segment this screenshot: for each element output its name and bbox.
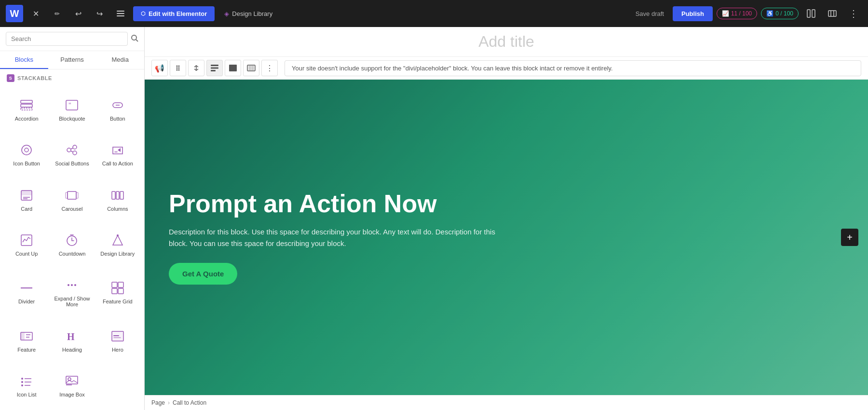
add-block-button[interactable]: + [841, 229, 858, 246]
menu-button[interactable] [112, 5, 129, 22]
svg-rect-31 [76, 192, 78, 198]
block-item-feature-grid[interactable]: Feature Grid [96, 268, 139, 317]
content-area: Add title 📢 [145, 27, 868, 410]
feature-grid-icon [110, 280, 125, 296]
svg-text:H: H [67, 331, 75, 342]
block-item-icon-button[interactable]: Icon Button [5, 133, 48, 176]
svg-point-68 [178, 68, 180, 69]
breadcrumb-separator: › [168, 399, 170, 406]
toolbar-more-button[interactable]: ⋮ [261, 60, 278, 76]
svg-rect-3 [807, 10, 810, 17]
breadcrumb-page[interactable]: Page [151, 399, 165, 406]
svg-point-60 [21, 384, 23, 386]
tab-patterns[interactable]: Patterns [48, 51, 96, 69]
close-button[interactable]: ✕ [27, 5, 44, 22]
svg-point-67 [176, 68, 178, 69]
carousel-icon [64, 188, 80, 203]
countdown-icon [64, 232, 80, 248]
icon-list-icon [19, 373, 34, 389]
accessibility-score-badge[interactable]: ♿ 0 / 100 [761, 8, 799, 19]
svg-line-9 [136, 40, 138, 41]
block-item-button[interactable]: Button [96, 88, 139, 131]
design-library-topbar-button[interactable]: ◈ Design Library [218, 6, 278, 21]
blockquote-icon: " [64, 97, 80, 113]
block-item-feature[interactable]: Feature [5, 319, 48, 362]
svg-rect-4 [812, 10, 815, 17]
svg-point-17 [22, 145, 31, 155]
svg-point-38 [117, 234, 119, 236]
block-item-card[interactable]: Card [5, 178, 48, 221]
svg-rect-48 [21, 332, 25, 340]
block-item-social-buttons[interactable]: Social Buttons [50, 133, 94, 176]
hero-section: Prompt an Action Now Description for thi… [145, 80, 868, 395]
columns-icon [110, 188, 125, 203]
block-item-accordion[interactable]: Accordion [5, 88, 48, 131]
divider-icon [19, 280, 34, 296]
block-item-call-to-action[interactable]: Call to Action [96, 133, 139, 176]
svg-rect-74 [229, 65, 237, 71]
editor-title[interactable]: Add title [145, 27, 868, 57]
svg-point-42 [74, 284, 76, 286]
svg-point-20 [73, 145, 77, 149]
block-item-blockquote[interactable]: " Blockquote [50, 88, 94, 131]
block-type-button[interactable]: 📢 [151, 60, 168, 76]
svg-point-40 [68, 284, 69, 286]
align-center-button[interactable] [225, 60, 241, 76]
redo-button[interactable]: ↪ [91, 5, 108, 22]
block-item-carousel[interactable]: Carousel [50, 178, 94, 221]
drag-handle-button[interactable] [170, 60, 186, 76]
svg-rect-76 [249, 66, 251, 70]
social-buttons-icon [64, 142, 80, 158]
image-box-icon [64, 373, 80, 389]
blocks-grid: Accordion " Blockquote [0, 85, 144, 410]
breadcrumb-call-to-action[interactable]: Call to Action [173, 399, 206, 406]
svg-point-66 [178, 66, 180, 67]
svg-rect-33 [116, 191, 119, 199]
svg-rect-71 [211, 65, 218, 66]
main-layout: Blocks Patterns Media S STACKABLE Accord… [0, 27, 868, 410]
save-draft-button[interactable]: Save draft [631, 7, 669, 20]
search-input[interactable] [6, 32, 128, 46]
block-item-heading[interactable]: H Heading [50, 319, 94, 362]
svg-rect-11 [21, 104, 32, 107]
svg-point-19 [67, 148, 71, 152]
svg-rect-46 [118, 288, 123, 294]
block-item-count-up[interactable]: Count Up [5, 223, 48, 266]
seo-score-badge[interactable]: 📈 11 / 100 [717, 8, 757, 19]
hero-cta-button[interactable]: Get A Quote [169, 263, 237, 285]
block-item-icon-list[interactable]: Icon List [5, 364, 48, 407]
tab-media[interactable]: Media [96, 51, 144, 69]
svg-rect-77 [252, 66, 254, 70]
svg-point-8 [132, 35, 136, 40]
block-item-design-library[interactable]: Design Library [96, 223, 139, 266]
tabs: Blocks Patterns Media [0, 51, 144, 69]
svg-rect-62 [66, 376, 78, 384]
edit-elementor-button[interactable]: ⬡ Edit with Elementor [133, 6, 215, 21]
svg-point-56 [21, 378, 23, 380]
svg-line-22 [71, 148, 73, 149]
search-button[interactable] [131, 34, 138, 43]
tab-blocks[interactable]: Blocks [0, 51, 48, 69]
accordion-icon [19, 97, 34, 113]
topbar: W ✕ ✏ ↩ ↪ ⬡ Edit with Elementor ◈ Design… [0, 0, 868, 27]
publish-button[interactable]: Publish [673, 6, 713, 21]
more-options-button[interactable]: ⋮ [845, 5, 862, 22]
block-item-hero[interactable]: Hero [96, 319, 139, 362]
edit-icon-button[interactable]: ✏ [48, 5, 66, 22]
undo-button[interactable]: ↩ [69, 5, 87, 22]
svg-line-23 [71, 151, 73, 152]
block-item-divider[interactable]: Divider [5, 268, 48, 317]
block-item-columns[interactable]: Columns [96, 178, 139, 221]
align-left-button[interactable] [206, 60, 223, 76]
responsive-button[interactable] [824, 5, 841, 22]
view-toggle-button[interactable] [802, 5, 820, 22]
block-item-image-box[interactable]: Image Box [50, 364, 94, 407]
block-item-expand-show-more[interactable]: Expand / Show More [50, 268, 94, 317]
block-item-countdown[interactable]: Countdown [50, 223, 94, 266]
hero-content: Prompt an Action Now Description for thi… [169, 190, 555, 285]
wide-layout-button[interactable] [243, 60, 259, 76]
sidebar: Blocks Patterns Media S STACKABLE Accord… [0, 27, 145, 410]
move-button[interactable] [188, 60, 204, 76]
svg-point-41 [71, 284, 73, 286]
svg-point-65 [176, 66, 178, 67]
